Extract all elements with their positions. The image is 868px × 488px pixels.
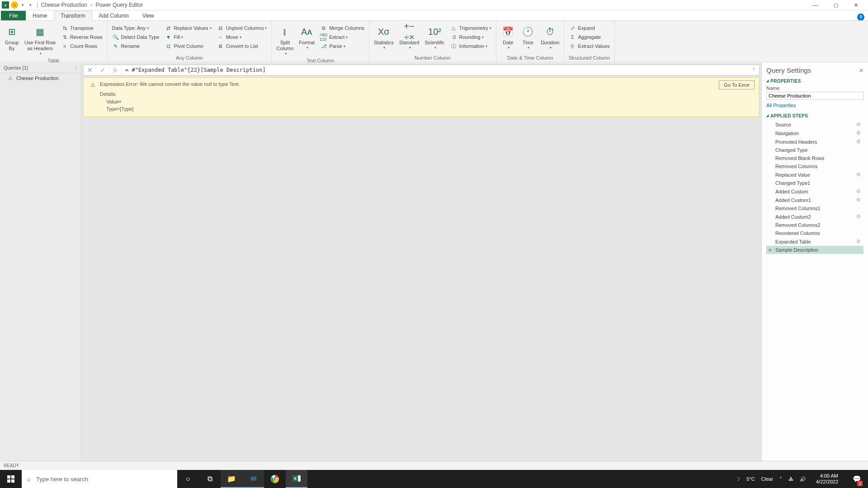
- applied-step[interactable]: Expanded Table⚙: [766, 237, 863, 246]
- move-button[interactable]: ↔Move▾: [215, 33, 269, 42]
- time-button[interactable]: 🕐Time▾: [519, 23, 537, 51]
- task-view-icon[interactable]: ⧉: [199, 470, 221, 488]
- rounding-button[interactable]: .0Rounding▾: [448, 33, 493, 42]
- query-item[interactable]: ⚠ Cheese Production: [0, 73, 81, 83]
- standard-button[interactable]: +−÷×Standard▾: [397, 23, 421, 51]
- query-name-input[interactable]: [766, 92, 863, 100]
- applied-step[interactable]: Changed Type: [766, 146, 863, 154]
- collapse-icon[interactable]: 〈: [73, 65, 77, 71]
- formula-input[interactable]: = #"Expanded Table"{22}[Sample Descripti…: [122, 67, 748, 73]
- weather-icon[interactable]: ☽: [736, 476, 740, 482]
- taskbar-search[interactable]: ⌕ Type here to search: [22, 470, 177, 488]
- close-settings-button[interactable]: ✕: [859, 67, 863, 74]
- maximize-button[interactable]: ▢: [826, 0, 846, 10]
- gear-icon[interactable]: ⚙: [856, 239, 861, 244]
- start-button[interactable]: [0, 470, 22, 488]
- volume-icon[interactable]: 🔊: [800, 476, 806, 482]
- all-properties-link[interactable]: All Properties: [766, 103, 796, 108]
- applied-step[interactable]: Promoted Headers⚙: [766, 137, 863, 146]
- goto-error-button[interactable]: Go To Error: [719, 80, 755, 89]
- extract-button[interactable]: ABC123Extract▾: [318, 33, 366, 42]
- replace-values-button[interactable]: ⇄Replace Values▾: [163, 23, 213, 33]
- excel-icon[interactable]: X: [286, 470, 307, 488]
- applied-step[interactable]: ✕Sample Description: [766, 246, 863, 254]
- commit-formula-button[interactable]: ✓: [96, 65, 109, 75]
- weather-condition[interactable]: Clear: [761, 476, 773, 482]
- delete-step-icon[interactable]: ✕: [768, 248, 772, 253]
- minimize-button[interactable]: —: [805, 0, 826, 10]
- chevron-down-icon[interactable]: ▾: [20, 3, 26, 7]
- scientific-button[interactable]: 10²Scientific▾: [423, 23, 446, 51]
- applied-step[interactable]: Removed Columns: [766, 162, 863, 170]
- clock[interactable]: 4:00 AM 4/22/2022: [812, 473, 842, 485]
- mail-icon[interactable]: ✉: [242, 470, 264, 488]
- first-row-headers-button[interactable]: ▦ Use First Row as Headers▾: [23, 23, 57, 57]
- tray-overflow-icon[interactable]: ˄: [779, 476, 782, 482]
- cancel-formula-button[interactable]: ✕: [84, 65, 96, 75]
- expand-button[interactable]: ⤢Expand: [567, 23, 611, 33]
- applied-step[interactable]: Added Custom2⚙: [766, 212, 863, 221]
- gear-icon[interactable]: ⚙: [856, 139, 861, 145]
- count-rows-button[interactable]: ≡Count Rows: [59, 42, 104, 51]
- expand-formula-button[interactable]: ˅: [748, 68, 759, 73]
- fx-icon[interactable]: fx: [109, 65, 122, 75]
- applied-step[interactable]: Removed Columns2: [766, 221, 863, 229]
- format-button[interactable]: AᴀFormat▾: [297, 23, 316, 51]
- rename-button[interactable]: ✎Rename: [110, 42, 161, 51]
- gear-icon[interactable]: ⚙: [856, 197, 861, 203]
- extract-values-button[interactable]: ⎘Extract Values: [567, 42, 611, 51]
- group-by-button[interactable]: ⊞ Group By: [3, 23, 21, 52]
- merge-columns-button[interactable]: ⧉Merge Columns: [318, 23, 366, 33]
- trig-button[interactable]: △Trigonometry▾: [448, 23, 493, 33]
- title-bar: x ☺ ▾ ▾ | Cheese Production - Power Quer…: [0, 0, 868, 10]
- reverse-rows-button[interactable]: ⇅Reverse Rows: [59, 33, 104, 42]
- convert-list-button[interactable]: ≣Convert to List: [215, 42, 269, 51]
- network-icon[interactable]: 🖧: [788, 476, 793, 482]
- file-tab[interactable]: File: [1, 11, 26, 21]
- weather-temp[interactable]: 5°C: [746, 476, 755, 482]
- applied-step[interactable]: Replaced Value⚙: [766, 170, 863, 179]
- applied-step[interactable]: Changed Type1: [766, 179, 863, 187]
- datatype-button[interactable]: Data Type: Any▾: [110, 23, 161, 33]
- cortana-icon[interactable]: ○: [177, 470, 199, 488]
- statistics-button[interactable]: ΧσStatistics▾: [372, 23, 396, 51]
- smiley-icon[interactable]: ☺: [11, 1, 18, 9]
- parse-button[interactable]: ⎇Parse▾: [318, 42, 366, 51]
- gear-icon[interactable]: ⚙: [856, 188, 861, 194]
- applied-steps-header[interactable]: APPLIED STEPS: [766, 113, 863, 118]
- gear-icon[interactable]: ⚙: [856, 130, 861, 136]
- applied-step[interactable]: Added Custom⚙: [766, 187, 863, 196]
- gear-icon[interactable]: ⚙: [856, 172, 861, 178]
- applied-step[interactable]: Source⚙: [766, 120, 863, 129]
- information-button[interactable]: ⓘInformation▾: [448, 42, 493, 51]
- fill-button[interactable]: ▼Fill▾: [163, 33, 213, 42]
- chrome-icon[interactable]: [264, 470, 286, 488]
- applied-step[interactable]: Navigation⚙: [766, 129, 863, 137]
- view-tab[interactable]: View: [136, 11, 161, 21]
- duration-button[interactable]: ⏱Duration▾: [539, 23, 561, 51]
- transform-tab[interactable]: Transform: [54, 11, 92, 21]
- gear-icon[interactable]: ⚙: [856, 122, 861, 127]
- chevron-down-icon: ▾: [285, 52, 287, 56]
- transpose-button[interactable]: ⇆Transpose: [59, 23, 104, 33]
- detect-type-button[interactable]: 🔍Detect Data Type: [110, 33, 161, 42]
- notifications-button[interactable]: 💬 3: [848, 470, 865, 488]
- applied-step[interactable]: Removed Blank Rows: [766, 154, 863, 162]
- help-icon[interactable]: ?: [857, 14, 864, 21]
- properties-section-header[interactable]: PROPERTIES: [766, 79, 863, 84]
- home-tab[interactable]: Home: [26, 11, 54, 21]
- split-column-button[interactable]: ⫿Split Column▾: [274, 23, 295, 57]
- pivot-button[interactable]: ⊡Pivot Column: [163, 42, 213, 51]
- gear-icon[interactable]: ⚙: [856, 214, 861, 220]
- file-explorer-icon[interactable]: 📁: [221, 470, 242, 488]
- applied-step[interactable]: Removed Columns1: [766, 204, 863, 212]
- close-button[interactable]: ✕: [846, 0, 866, 10]
- qat-overflow-icon[interactable]: ▾: [28, 3, 33, 7]
- applied-step[interactable]: Reordered Columns: [766, 229, 863, 237]
- svg-rect-9: [298, 475, 301, 482]
- date-button[interactable]: 📅Date▾: [499, 23, 517, 51]
- add-column-tab[interactable]: Add Column: [92, 11, 136, 21]
- aggregate-button[interactable]: ΣAggregate: [567, 33, 611, 42]
- applied-step[interactable]: Added Custom1⚙: [766, 196, 863, 204]
- unpivot-button[interactable]: ⊟Unpivot Columns▾: [215, 23, 269, 33]
